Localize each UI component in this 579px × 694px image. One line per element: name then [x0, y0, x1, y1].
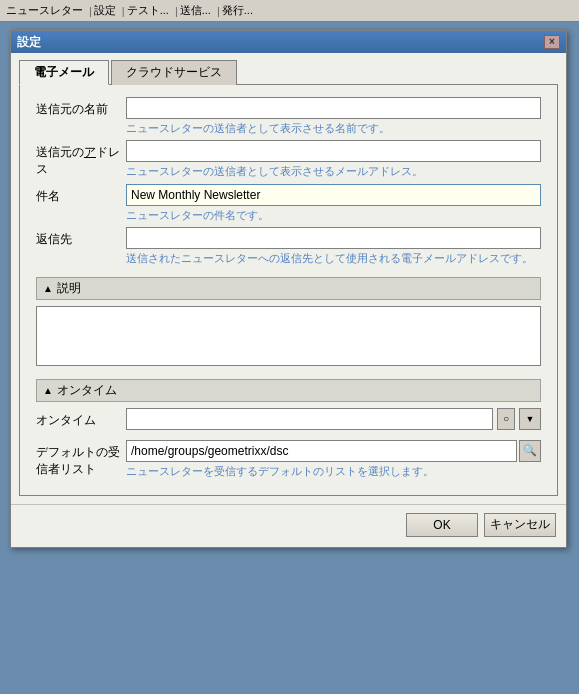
ontime-arrow-icon: ▲ — [43, 385, 53, 396]
sep4: | — [217, 5, 220, 17]
subject-right: ニュースレターの件名です。 — [126, 184, 541, 223]
menu-test[interactable]: テスト... — [127, 3, 169, 18]
subject-label: 件名 — [36, 184, 126, 205]
cancel-button[interactable]: キャンセル — [484, 513, 556, 537]
tab-content-email: 送信元の名前 ニュースレターの送信者として表示させる名前です。 送信元のアドレス… — [19, 85, 558, 496]
dialog-title-bar: 設定 × — [11, 31, 566, 53]
dialog-close-button[interactable]: × — [544, 35, 560, 49]
default-list-input-row: 🔍 — [126, 440, 541, 462]
sender-name-row: 送信元の名前 ニュースレターの送信者として表示させる名前です。 — [36, 97, 541, 136]
menu-publish[interactable]: 発行... — [222, 3, 253, 18]
search-icon: 🔍 — [523, 444, 537, 457]
sender-address-hint: ニュースレターの送信者として表示させるメールアドレス。 — [126, 164, 541, 179]
ontime-label: オンタイム — [36, 408, 126, 429]
sep3: | — [175, 5, 178, 17]
sep1: | — [89, 5, 92, 17]
tab-bar: 電子メール クラウドサービス — [19, 59, 558, 85]
search-button[interactable]: 🔍 — [519, 440, 541, 462]
sender-address-right: ニュースレターの送信者として表示させるメールアドレス。 — [126, 140, 541, 179]
description-arrow-icon: ▲ — [43, 283, 53, 294]
sender-address-label: 送信元のアドレス — [36, 140, 126, 178]
sender-name-input[interactable] — [126, 97, 541, 119]
ontime-clock-button[interactable]: ○ — [497, 408, 515, 430]
ontime-dropdown-button[interactable]: ▼ — [519, 408, 541, 430]
subject-row: 件名 ニュースレターの件名です。 — [36, 184, 541, 223]
sender-name-hint: ニュースレターの送信者として表示させる名前です。 — [126, 121, 541, 136]
ontime-section-label: オンタイム — [57, 382, 117, 399]
reply-to-right: 送信されたニュースレターへの返信先として使用される電子メールアドレスです。 — [126, 227, 541, 266]
ontime-row: オンタイム ○ ▼ — [36, 408, 541, 430]
default-list-input[interactable] — [126, 440, 517, 462]
settings-dialog: 設定 × 電子メール クラウドサービス 送信元の名前 ニュースレターの送信者とし… — [10, 30, 567, 548]
sender-address-row: 送信元のアドレス ニュースレターの送信者として表示させるメールアドレス。 — [36, 140, 541, 179]
menu-send[interactable]: 送信... — [180, 3, 211, 18]
description-section-label: 説明 — [57, 280, 81, 297]
sender-name-right: ニュースレターの送信者として表示させる名前です。 — [126, 97, 541, 136]
reply-to-hint: 送信されたニュースレターへの返信先として使用される電子メールアドレスです。 — [126, 251, 541, 266]
tab-cloud[interactable]: クラウドサービス — [111, 60, 237, 85]
dialog-title: 設定 — [17, 34, 41, 51]
reply-to-row: 返信先 送信されたニュースレターへの返信先として使用される電子メールアドレスです… — [36, 227, 541, 266]
ontime-input[interactable] — [126, 408, 493, 430]
default-list-label: デフォルトの受信者リスト — [36, 440, 126, 478]
menu-settings[interactable]: 設定 — [94, 3, 116, 18]
app-bar: ニュースレター | 設定 | テスト... | 送信... | 発行... — [0, 0, 579, 22]
sender-address-input[interactable] — [126, 140, 541, 162]
ontime-input-row: ○ ▼ — [126, 408, 541, 430]
reply-to-label: 返信先 — [36, 227, 126, 248]
description-textarea[interactable] — [36, 306, 541, 366]
subject-input[interactable] — [126, 184, 541, 206]
description-section-header[interactable]: ▲ 説明 — [36, 277, 541, 300]
dialog-footer: OK キャンセル — [11, 504, 566, 547]
ontime-right: ○ ▼ — [126, 408, 541, 430]
subject-hint: ニュースレターの件名です。 — [126, 208, 541, 223]
menu-newsletter[interactable]: ニュースレター — [6, 3, 83, 18]
default-list-hint: ニュースレターを受信するデフォルトのリストを選択します。 — [126, 464, 541, 479]
tab-email[interactable]: 電子メール — [19, 60, 109, 85]
ok-button[interactable]: OK — [406, 513, 478, 537]
sep2: | — [122, 5, 125, 17]
default-list-right: 🔍 ニュースレターを受信するデフォルトのリストを選択します。 — [126, 440, 541, 479]
ontime-section-header[interactable]: ▲ オンタイム — [36, 379, 541, 402]
default-list-row: デフォルトの受信者リスト 🔍 ニュースレターを受信するデフォルトのリストを選択し… — [36, 440, 541, 479]
reply-to-input[interactable] — [126, 227, 541, 249]
sender-name-label: 送信元の名前 — [36, 97, 126, 118]
dialog-body: 電子メール クラウドサービス 送信元の名前 ニュースレターの送信者として表示させ… — [11, 53, 566, 504]
